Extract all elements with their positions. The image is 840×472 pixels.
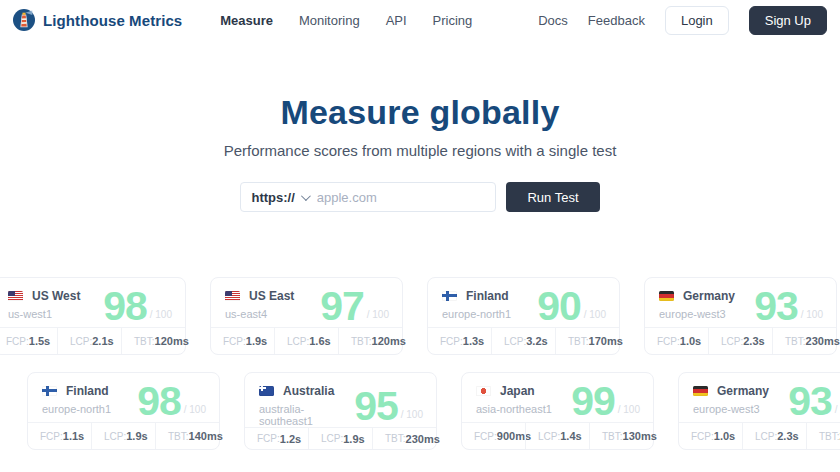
metric-stat: FCP:1.0s bbox=[645, 328, 708, 354]
nav-item-monitoring[interactable]: Monitoring bbox=[299, 13, 360, 28]
card-footer: FCP:1.9sLCP:1.6sTBT:120ms bbox=[211, 327, 402, 354]
metric-value: 2.3s bbox=[743, 335, 764, 347]
card-body: Japan asia-northeast1 99 / 100 bbox=[462, 373, 653, 422]
metric-label: FCP: bbox=[657, 336, 680, 347]
main-nav: Measure Monitoring API Pricing bbox=[220, 13, 472, 28]
metric-label: TBT: bbox=[351, 336, 372, 347]
card-region: Germany bbox=[659, 289, 735, 303]
metric-label: FCP: bbox=[474, 431, 497, 442]
metric-label: TBT: bbox=[819, 431, 840, 442]
score: 98 / 100 bbox=[137, 381, 206, 422]
page-title: Measure globally bbox=[0, 93, 840, 132]
page-subtitle: Performance scores from multiple regions… bbox=[0, 142, 840, 159]
card-info: Finland europe-north1 bbox=[442, 289, 511, 327]
brand-link[interactable]: Lighthouse Metrics bbox=[13, 9, 182, 31]
card-footer: FCP:1.1sLCP:1.9sTBT:140ms bbox=[28, 422, 219, 449]
region-card: Finland europe-north1 90 / 100 FCP:1.3sL… bbox=[427, 277, 620, 355]
metric-label: LCP: bbox=[321, 433, 343, 444]
region-card: Australia australia-southeast1 95 / 100 … bbox=[244, 372, 437, 450]
metric-value: 230ms bbox=[406, 433, 440, 445]
card-footer: FCP:1.0sLCP:2.3sTBT:230ms bbox=[679, 422, 840, 449]
metric-value: 130ms bbox=[623, 430, 657, 442]
metric-label: LCP: bbox=[538, 431, 560, 442]
metric-value: 2.1s bbox=[92, 335, 113, 347]
run-test-button[interactable]: Run Test bbox=[506, 182, 599, 212]
flag-icon bbox=[8, 291, 23, 301]
metric-stat: FCP:900ms bbox=[462, 423, 525, 449]
nav-item-measure[interactable]: Measure bbox=[220, 13, 273, 28]
metric-label: FCP: bbox=[223, 336, 246, 347]
nav-item-api[interactable]: API bbox=[386, 13, 407, 28]
url-input[interactable] bbox=[317, 190, 486, 205]
score-max: / 100 bbox=[618, 404, 640, 415]
card-region: US East bbox=[225, 289, 294, 303]
card-region: Japan bbox=[476, 384, 552, 398]
card-info: Germany europe-west3 bbox=[693, 384, 769, 422]
score-value: 93 bbox=[788, 381, 832, 422]
metric-value: 120ms bbox=[372, 335, 406, 347]
card-footer: FCP:1.2sLCP:1.9sTBT:230ms bbox=[245, 427, 436, 449]
metric-value: 1.0s bbox=[680, 335, 701, 347]
login-button[interactable]: Login bbox=[665, 6, 729, 35]
metric-stat: FCP:1.2s bbox=[245, 428, 308, 449]
metric-value: 1.5s bbox=[29, 335, 50, 347]
zone-name: us-east4 bbox=[225, 308, 294, 320]
metric-value: 120ms bbox=[155, 335, 189, 347]
score: 98 / 100 bbox=[103, 286, 172, 327]
test-form: https:// Run Test bbox=[0, 182, 840, 212]
signup-button[interactable]: Sign Up bbox=[749, 6, 827, 35]
score-max: / 100 bbox=[401, 409, 423, 420]
region-card: Finland europe-north1 98 / 100 FCP:1.1sL… bbox=[27, 372, 220, 450]
score-max: / 100 bbox=[184, 404, 206, 415]
metric-stat: TBT:230ms bbox=[772, 328, 836, 354]
nav-item-pricing[interactable]: Pricing bbox=[433, 13, 473, 28]
top-nav: Lighthouse Metrics Measure Monitoring AP… bbox=[0, 0, 840, 40]
zone-name: europe-west3 bbox=[693, 403, 769, 415]
flag-icon bbox=[42, 386, 57, 396]
card-body: Germany europe-west3 93 / 100 bbox=[645, 278, 836, 327]
score-value: 99 bbox=[571, 381, 615, 422]
metric-stat: TBT:230ms bbox=[372, 428, 436, 449]
region-name: Finland bbox=[66, 384, 109, 398]
card-info: US East us-east4 bbox=[225, 289, 294, 327]
card-info: Australia australia-southeast1 bbox=[259, 384, 354, 427]
flag-icon bbox=[693, 386, 708, 396]
card-body: Germany europe-west3 93 / 100 bbox=[679, 373, 840, 422]
card-body: US West us-west1 98 / 100 bbox=[0, 278, 185, 327]
nav-item-feedback[interactable]: Feedback bbox=[588, 13, 645, 28]
metric-stat: FCP:1.0s bbox=[679, 423, 742, 449]
card-body: Finland europe-north1 90 / 100 bbox=[428, 278, 619, 327]
metric-label: TBT: bbox=[785, 336, 806, 347]
region-card: US West us-west1 98 / 100 FCP:1.5sLCP:2.… bbox=[0, 277, 186, 355]
metric-stat: TBT:130ms bbox=[589, 423, 653, 449]
metric-stat: TBT:120ms bbox=[338, 328, 402, 354]
metric-value: 1.9s bbox=[126, 430, 147, 442]
region-name: Finland bbox=[466, 289, 509, 303]
zone-name: europe-west3 bbox=[659, 308, 735, 320]
region-card: Germany europe-west3 93 / 100 FCP:1.0sLC… bbox=[644, 277, 837, 355]
zone-name: us-west1 bbox=[8, 308, 80, 320]
metric-stat: LCP:2.3s bbox=[742, 423, 806, 449]
metric-label: FCP: bbox=[440, 336, 463, 347]
metric-value: 1.1s bbox=[63, 430, 84, 442]
metric-value: 170ms bbox=[589, 335, 623, 347]
results-row-2: Finland europe-north1 98 / 100 FCP:1.1sL… bbox=[27, 372, 840, 450]
metric-label: LCP: bbox=[70, 336, 92, 347]
metric-label: FCP: bbox=[40, 431, 63, 442]
metric-value: 1.2s bbox=[280, 433, 301, 445]
card-info: Japan asia-northeast1 bbox=[476, 384, 552, 422]
metric-value: 1.9s bbox=[246, 335, 267, 347]
metric-label: LCP: bbox=[755, 431, 777, 442]
zone-name: asia-northeast1 bbox=[476, 403, 552, 415]
flag-icon bbox=[659, 291, 674, 301]
protocol-select[interactable]: https:// bbox=[251, 190, 307, 205]
metric-value: 1.3s bbox=[463, 335, 484, 347]
score: 90 / 100 bbox=[537, 286, 606, 327]
score-value: 98 bbox=[137, 381, 181, 422]
metric-stat: FCP:1.1s bbox=[28, 423, 91, 449]
metric-value: 1.4s bbox=[560, 430, 581, 442]
nav-item-docs[interactable]: Docs bbox=[538, 13, 568, 28]
score-value: 93 bbox=[754, 286, 798, 327]
metric-value: 3.2s bbox=[526, 335, 547, 347]
metric-value: 1.0s bbox=[714, 430, 735, 442]
